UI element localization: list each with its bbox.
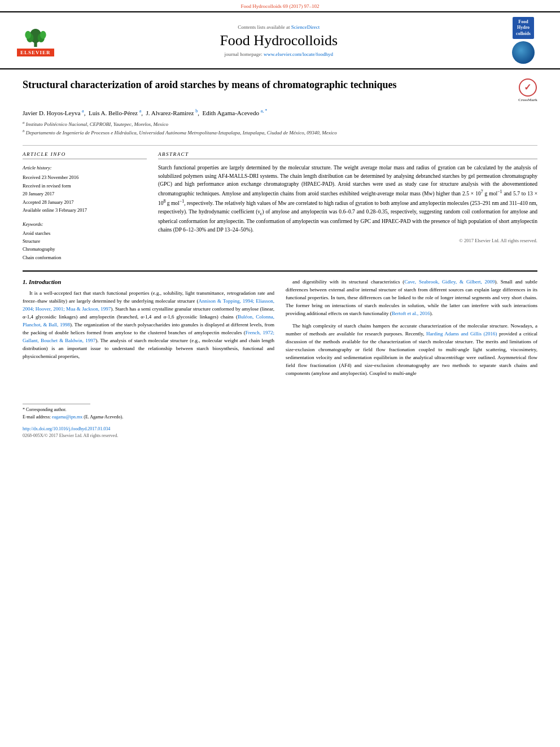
authors-line: Javier D. Hoyos-Leyva a, Luis A. Bello-P… (23, 108, 537, 116)
intro-title: 1. Introduction (23, 278, 274, 285)
ref-link-2[interactable]: Buléon, Colonna, Planchot, & Ball, 1998 (23, 314, 274, 327)
article-info-header: Article Info (23, 151, 147, 159)
intro-para-1: It is a well-accepted fact that starch f… (23, 290, 274, 360)
footer-doi-area: http://dx.doi.org/10.1016/j.foodhyd.2017… (23, 425, 274, 438)
copyright-line: © 2017 Elsevier Ltd. All rights reserved… (158, 237, 537, 244)
body-right-text: and digestibility with its structural ch… (286, 278, 537, 377)
intro-para-right-2: The high complexity of starch chains ham… (286, 322, 537, 378)
crossmark-area[interactable]: ✓ CrossMark (518, 78, 537, 103)
footnote-divider (23, 404, 90, 404)
available-date: Available online 3 February 2017 (23, 206, 147, 214)
affil-a: a Instituto Politécnico Nacional, CEPROB… (23, 120, 537, 129)
affil-b: b Departamento de Ingeniería de Procesos… (23, 128, 537, 137)
affiliations: a Instituto Politécnico Nacional, CEPROB… (23, 120, 537, 137)
ref-link-harding[interactable]: Harding Adams and Gillis (2016) (426, 331, 497, 337)
elsevier-logo-area: ELSEVIER (17, 25, 54, 56)
article-info-col: Article Info Article history: Received 2… (23, 151, 147, 261)
top-journal-bar: Food Hydrocolloids 69 (2017) 97–102 (0, 0, 560, 11)
info-abstract-cols: Article Info Article history: Received 2… (23, 151, 537, 261)
body-two-col: 1. Introduction It is a well-accepted fa… (23, 278, 537, 438)
doi-link[interactable]: http://dx.doi.org/10.1016/j.foodhyd.2017… (23, 426, 110, 431)
revised-label: Received in revised form (23, 182, 147, 190)
journal-logo-right: FoodHydrocolloids (504, 17, 543, 64)
article-title-text: Structural characterization of aroid sta… (23, 78, 513, 91)
body-left-col: 1. Introduction It is a well-accepted fa… (23, 278, 274, 438)
abstract-para: Starch functional properties are largely… (158, 164, 537, 234)
journal-center: Contents lists available at ScienceDirec… (54, 24, 504, 57)
svg-point-4 (25, 30, 31, 38)
history-header: Article history: (23, 164, 147, 172)
accepted-date: Accepted 28 January 2017 (23, 198, 147, 206)
keyword-2: Structure (23, 237, 147, 245)
footnote-email-link[interactable]: eagama@ipn.mx (52, 414, 82, 420)
intro-para-right-1: and digestibility with its structural ch… (286, 278, 537, 318)
keywords-header: Keywords: (23, 221, 147, 227)
homepage-line: journal homepage: www.elsevier.com/locat… (65, 51, 492, 57)
footer-issn: 0268-005X/© 2017 Elsevier Ltd. All right… (23, 433, 274, 438)
keyword-4: Chain conformation (23, 254, 147, 261)
elsevier-label: ELSEVIER (17, 49, 54, 56)
journal-header: ELSEVIER Contents lists available at Sci… (0, 11, 560, 69)
keyword-1: Aroid starches (23, 229, 147, 237)
article-container: Structural characterization of aroid sta… (0, 69, 560, 449)
footnote-area: * Corresponding author. E-mail address: … (23, 365, 274, 439)
journal-citation: Food Hydrocolloids 69 (2017) 97–102 (241, 3, 320, 9)
footnote-star: * Corresponding author. (23, 407, 274, 414)
crossmark-label: CrossMark (518, 98, 537, 103)
logo-box: FoodHydrocolloids (513, 17, 534, 39)
author-2: Luis A. Bello-Pérez a, (89, 110, 145, 116)
footnote-corresponding: * Corresponding author. E-mail address: … (23, 407, 274, 421)
abstract-col: Abstract Starch functional properties ar… (158, 151, 537, 261)
author-4: Edith Agama-Acevedo a, * (202, 110, 267, 116)
sciencedirect-line: Contents lists available at ScienceDirec… (65, 24, 492, 30)
received-date: Received 23 November 2016 (23, 173, 147, 181)
body-left-text: It is a well-accepted fact that starch f… (23, 290, 274, 360)
divider-1 (23, 145, 537, 146)
elsevier-tree-icon (21, 25, 50, 47)
sciencedirect-link[interactable]: ScienceDirect (291, 24, 320, 30)
abstract-header: Abstract (158, 151, 537, 159)
journal-title: Food Hydrocolloids (65, 32, 492, 49)
author-3: J. Alvarez-Ramirez b, (146, 110, 201, 116)
footnote-email: E-mail address: eagama@ipn.mx (E. Agama-… (23, 414, 274, 421)
abstract-text: Starch functional properties are largely… (158, 164, 537, 245)
body-right-col: and digestibility with its structural ch… (286, 278, 537, 438)
article-history: Article history: Received 23 November 20… (23, 164, 147, 215)
svg-point-5 (40, 30, 46, 38)
body-section: 1. Introduction It is a well-accepted fa… (23, 270, 537, 438)
article-title-row: Structural characterization of aroid sta… (23, 78, 537, 103)
keywords-section: Keywords: Aroid starches Structure Chrom… (23, 221, 147, 262)
ref-link-1[interactable]: Annison & Topping, 1994; Eliasson, 2004;… (23, 298, 274, 312)
crossmark-badge[interactable]: ✓ (519, 78, 537, 97)
revised-date: 20 January 2017 (23, 190, 147, 198)
author-1: Javier D. Hoyos-Leyva a, (23, 110, 87, 116)
journal-logo-circle (512, 41, 535, 64)
ref-link-3[interactable]: French, 1972; Gallant, Bouchet & Baldwin… (23, 330, 274, 343)
homepage-link[interactable]: www.elsevier.com/locate/foodhyd (264, 51, 333, 57)
ref-link-cave[interactable]: Cave, Seabrook, Gidley, & Gilbert, 2009 (404, 279, 495, 285)
keyword-3: Chromatography (23, 245, 147, 253)
ref-link-bertoft[interactable]: Bertoft et al., 2016 (392, 311, 430, 316)
